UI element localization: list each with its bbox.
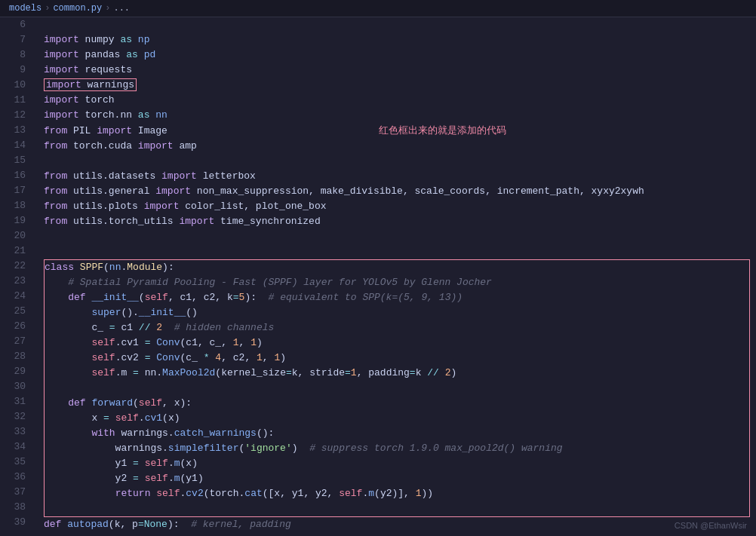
code-line-32: x = self.cv1(x) [45,411,749,426]
breadcrumb-ellipsis: ... [113,3,130,14]
breadcrumb-models[interactable]: models [9,3,41,14]
code-line-31: def forward(self, x): [45,396,749,411]
code-line-28: self.cv2 = Conv(c_ * 4, c2, 1, 1) [45,351,749,366]
code-line-37: return self.cv2(torch.cat([x, y1, y2, se… [45,486,749,501]
breadcrumb-bar: models › common.py › ... [0,0,756,17]
code-line-7: import numpy as np [44,32,756,47]
code-line-23: # Spatial Pyramid Pooling - Fast (SPPF) … [45,275,749,290]
code-line-24: def __init__(self, c1, c2, k=5): # equiv… [45,290,749,305]
code-line-39: def autopad(k, p=None): # kernel, paddin… [44,517,756,532]
code-line-27: self.cv1 = Conv(c1, c_, 1, 1) [45,335,749,351]
line-numbers: 6 7 8 9 10 11 12 13 14 15 16 17 18 19 20… [0,17,32,532]
chinese-annotation: 红色框出来的就是添加的代码 [379,124,506,136]
code-line-13: from PIL import Image红色框出来的就是添加的代码 [44,123,756,139]
code-line-6 [44,17,756,32]
code-line-14: from torch.cuda import amp [44,139,756,154]
code-line-35: y1 = self.m(x) [45,456,749,471]
code-line-34: warnings.simplefilter('ignore') # suppre… [45,441,749,456]
code-content: import numpy as np import pandas as pd i… [32,17,756,532]
code-line-30 [45,381,749,396]
code-line-38 [45,501,749,516]
breadcrumb-file[interactable]: common.py [53,3,102,14]
code-line-25: super().__init__() [45,305,749,320]
code-line-36: y2 = self.m(y1) [45,471,749,486]
code-line-22: class SPPF(nn.Module): [45,260,749,275]
code-line-16: from utils.datasets import letterbox [44,169,756,184]
code-line-20 [44,229,756,244]
code-line-33: with warnings.catch_warnings(): [45,426,749,441]
code-line-15 [44,154,756,169]
code-line-19: from utils.torch_utils import time_synch… [44,214,756,229]
code-line-9: import requests [44,63,756,78]
code-line-29: self.m = nn.MaxPool2d(kernel_size=k, str… [45,366,749,381]
code-line-12: import torch.nn as nn [44,108,756,123]
code-line-8: import pandas as pd [44,47,756,63]
code-line-26: c_ = c1 // 2 # hidden channels [45,320,749,335]
code-line-10: import warnings [44,78,756,93]
code-line-17: from utils.general import non_max_suppre… [44,184,756,199]
code-line-18: from utils.plots import color_list, plot… [44,199,756,214]
code-line-21 [44,244,756,259]
watermark: CSDN @EthanWsir [675,521,747,530]
code-line-11: import torch [44,93,756,108]
